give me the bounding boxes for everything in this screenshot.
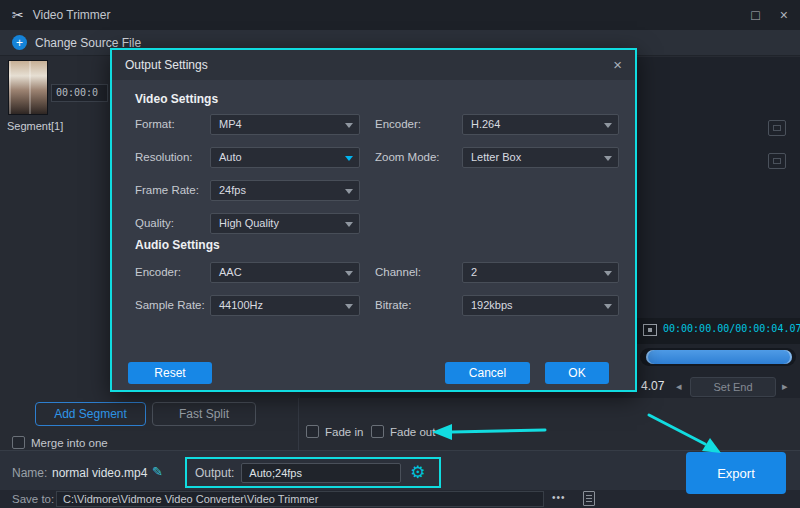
resolution-value: Auto xyxy=(219,151,242,163)
fade-in-label: Fade in xyxy=(325,426,363,438)
browse-folder-button[interactable]: ••• xyxy=(552,492,566,503)
bitrate-label: Bitrate: xyxy=(375,295,411,316)
video-settings-heading: Video Settings xyxy=(135,92,218,106)
panel-divider xyxy=(298,398,299,450)
maximize-icon[interactable]: □ xyxy=(751,0,759,30)
channel-select[interactable]: 2 xyxy=(462,262,619,283)
fast-split-button[interactable]: Fast Split xyxy=(152,402,256,426)
fade-in-checkbox[interactable]: Fade in xyxy=(306,425,363,438)
video-trimmer-window: ✂ Video Trimmer □ × + Change Source File… xyxy=(0,0,800,508)
set-end-button[interactable]: Set End xyxy=(690,377,776,397)
close-icon[interactable]: × xyxy=(780,0,788,30)
export-button[interactable]: Export xyxy=(686,452,786,494)
segment-thumbnail[interactable] xyxy=(8,60,48,115)
zoom-mode-label: Zoom Mode: xyxy=(375,147,440,168)
cancel-button[interactable]: Cancel xyxy=(445,362,530,384)
format-select[interactable]: MP4 xyxy=(210,114,360,135)
chevron-down-icon xyxy=(604,304,612,309)
output-profile-field[interactable]: Auto;24fps xyxy=(241,463,401,483)
sample-rate-label: Sample Rate: xyxy=(135,295,205,316)
add-segment-button[interactable]: Add Segment xyxy=(35,402,146,426)
chevron-down-icon xyxy=(345,189,353,194)
window-title: Video Trimmer xyxy=(33,8,111,22)
sample-rate-select[interactable]: 44100Hz xyxy=(210,295,360,316)
chevron-down-icon xyxy=(345,304,353,309)
sample-rate-value: 44100Hz xyxy=(219,299,263,311)
resolution-label: Resolution: xyxy=(135,147,193,168)
quality-select[interactable]: High Quality xyxy=(210,213,360,234)
dialog-header: Output Settings × xyxy=(112,50,635,80)
chevron-left-icon[interactable]: ◂ xyxy=(676,380,682,393)
audio-encoder-label: Encoder: xyxy=(135,262,181,283)
frame-capture-icon[interactable] xyxy=(643,324,657,336)
save-path-field[interactable]: C:\Vidmore\Vidmore Video Converter\Video… xyxy=(56,491,544,507)
chevron-down-icon xyxy=(345,222,353,227)
output-settings-group: Output: Auto;24fps ⚙ xyxy=(185,457,441,488)
reset-button[interactable]: Reset xyxy=(128,362,212,384)
channel-label: Channel: xyxy=(375,262,421,283)
zoom-mode-select[interactable]: Letter Box xyxy=(462,147,619,168)
dialog-close-icon[interactable]: × xyxy=(613,50,622,80)
chevron-right-icon[interactable]: ▸ xyxy=(782,380,788,393)
chevron-down-icon xyxy=(345,123,353,128)
channel-value: 2 xyxy=(471,266,477,278)
edit-pencil-icon[interactable]: ✎ xyxy=(152,464,163,479)
fade-out-label: Fade out xyxy=(390,426,435,438)
encoder-select[interactable]: H.264 xyxy=(462,114,619,135)
segment-label: Segment[1] xyxy=(7,120,63,132)
trim-slider-selection[interactable] xyxy=(646,350,792,364)
open-folder-icon[interactable] xyxy=(583,491,595,506)
output-label: Output: xyxy=(195,466,234,480)
scissors-icon: ✂ xyxy=(12,7,24,23)
window-controls: □ × xyxy=(751,0,788,30)
dialog-title: Output Settings xyxy=(125,58,208,72)
ok-button[interactable]: OK xyxy=(545,362,609,384)
panel-icon-top[interactable] xyxy=(768,120,786,136)
audio-encoder-value: AAC xyxy=(219,266,242,278)
gear-icon[interactable]: ⚙ xyxy=(410,464,425,481)
chevron-down-icon xyxy=(604,271,612,276)
resolution-select[interactable]: Auto xyxy=(210,147,360,168)
file-name-value: normal video.mp4 xyxy=(52,466,147,480)
frame-rate-label: Frame Rate: xyxy=(135,180,199,201)
chevron-down-icon xyxy=(345,156,353,161)
chevron-down-icon xyxy=(604,156,612,161)
end-time-value: 4.07 xyxy=(641,379,664,393)
titlebar: ✂ Video Trimmer □ × xyxy=(0,0,800,30)
playback-time-display: 00:00:00.00/00:00:04.07 xyxy=(663,323,800,334)
audio-encoder-select[interactable]: AAC xyxy=(210,262,360,283)
encoder-label: Encoder: xyxy=(375,114,421,135)
frame-rate-value: 24fps xyxy=(219,184,246,196)
merge-into-one-label: Merge into one xyxy=(31,437,108,449)
bitrate-value: 192kbps xyxy=(471,299,513,311)
checkbox-box xyxy=(12,436,25,449)
panel-icon-bottom[interactable] xyxy=(768,153,786,169)
name-label: Name: xyxy=(12,466,47,480)
audio-settings-heading: Audio Settings xyxy=(135,238,220,252)
bitrate-select[interactable]: 192kbps xyxy=(462,295,619,316)
checkbox-box xyxy=(306,425,319,438)
quality-value: High Quality xyxy=(219,217,279,229)
frame-rate-select[interactable]: 24fps xyxy=(210,180,360,201)
segment-start-time-field[interactable]: 00:00:0 xyxy=(51,84,108,102)
format-value: MP4 xyxy=(219,118,242,130)
zoom-mode-value: Letter Box xyxy=(471,151,521,163)
checkbox-box xyxy=(371,425,384,438)
merge-into-one-checkbox[interactable]: Merge into one xyxy=(12,436,108,449)
fade-out-checkbox[interactable]: Fade out xyxy=(371,425,435,438)
output-settings-dialog: Output Settings × Video Settings Format:… xyxy=(110,48,637,392)
save-to-label: Save to: xyxy=(12,493,54,505)
quality-label: Quality: xyxy=(135,213,174,234)
add-source-icon[interactable]: + xyxy=(12,35,27,50)
chevron-down-icon xyxy=(604,123,612,128)
output-profile-value: Auto;24fps xyxy=(249,467,302,479)
format-label: Format: xyxy=(135,114,175,135)
encoder-value: H.264 xyxy=(471,118,500,130)
chevron-down-icon xyxy=(345,271,353,276)
